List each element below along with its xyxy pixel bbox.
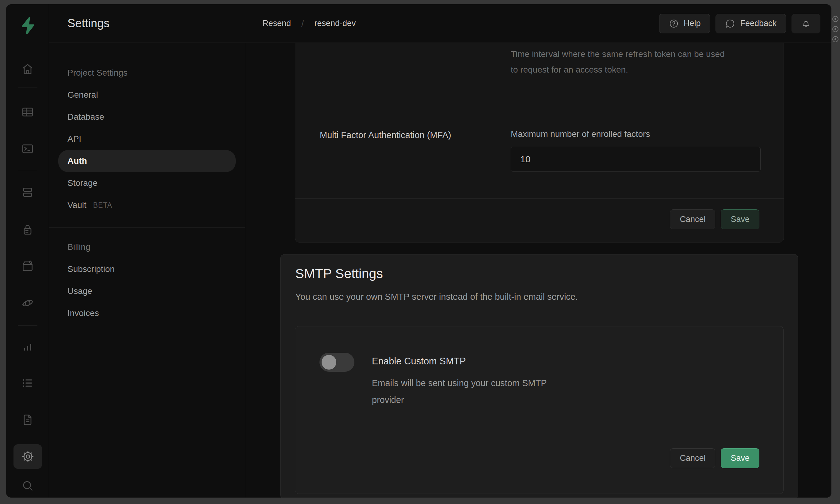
feedback-button-label: Feedback xyxy=(740,19,776,28)
auth-cancel-button[interactable]: Cancel xyxy=(670,210,715,229)
home-icon[interactable] xyxy=(21,62,34,76)
sql-editor-icon[interactable] xyxy=(21,142,34,156)
nav-item-general[interactable]: General xyxy=(58,84,236,106)
beta-badge: BETA xyxy=(93,201,112,210)
help-button[interactable]: Help xyxy=(659,14,710,33)
smtp-cancel-button[interactable]: Cancel xyxy=(670,448,715,468)
feedback-icon xyxy=(725,18,735,29)
storage-icon[interactable] xyxy=(21,259,34,273)
edge-functions-icon[interactable] xyxy=(21,296,34,310)
help-icon xyxy=(669,18,679,29)
max-factors-input[interactable] xyxy=(511,147,760,172)
rail-divider xyxy=(18,325,37,325)
nav-item-vault-label: Vault xyxy=(67,200,86,210)
app-window: Settings Resend / resend-dev Help Feed xyxy=(6,4,832,498)
help-button-label: Help xyxy=(684,19,701,28)
auth-settings-card: Time interval where the same refresh tok… xyxy=(295,43,784,242)
smtp-form-panel: Enable Custom SMTP Emails will be sent u… xyxy=(295,326,784,494)
auth-icon[interactable] xyxy=(21,223,34,236)
card-divider xyxy=(295,105,784,105)
nav-section-project-settings: Project Settings xyxy=(58,62,236,84)
reports-icon[interactable] xyxy=(21,340,34,354)
breadcrumb-org[interactable]: Resend xyxy=(262,19,291,28)
panel-divider xyxy=(295,437,783,437)
top-header: Settings Resend / resend-dev Help Feed xyxy=(49,4,832,43)
feedback-button[interactable]: Feedback xyxy=(716,14,786,33)
nav-item-invoices[interactable]: Invoices xyxy=(58,302,236,324)
database-icon[interactable] xyxy=(21,185,34,199)
nav-item-subscription[interactable]: Subscription xyxy=(58,258,236,280)
breadcrumb: Resend / resend-dev xyxy=(262,18,356,29)
nav-item-storage[interactable]: Storage xyxy=(58,172,236,194)
icon-rail xyxy=(6,4,49,498)
enable-custom-smtp-toggle[interactable] xyxy=(320,353,355,372)
nav-item-usage[interactable]: Usage xyxy=(58,280,236,302)
auth-save-button[interactable]: Save xyxy=(721,210,759,229)
supabase-logo-icon[interactable] xyxy=(18,15,37,36)
table-editor-icon[interactable] xyxy=(21,105,34,119)
enable-custom-smtp-label: Enable Custom SMTP xyxy=(372,356,466,367)
breadcrumb-separator: / xyxy=(301,18,304,29)
nav-item-auth[interactable]: Auth xyxy=(58,150,236,172)
page-title: Settings xyxy=(67,17,109,30)
settings-icon[interactable] xyxy=(14,444,42,469)
nav-item-auth-label: Auth xyxy=(67,156,87,166)
nav-item-vault[interactable]: Vault BETA xyxy=(58,194,236,216)
frame-side-icon[interactable] xyxy=(832,16,838,22)
main-content: Time interval where the same refresh tok… xyxy=(245,43,832,498)
smtp-save-button[interactable]: Save xyxy=(721,448,759,468)
enable-custom-smtp-description: Emails will be sent using your custom SM… xyxy=(372,375,556,409)
nav-item-api[interactable]: API xyxy=(58,128,236,150)
max-factors-label: Maximum number of enrolled factors xyxy=(511,129,650,139)
smtp-description: You can use your own SMTP server instead… xyxy=(295,292,578,302)
notifications-button[interactable] xyxy=(792,14,820,33)
mfa-section-label: Multi Factor Authentication (MFA) xyxy=(320,130,451,140)
nav-item-database[interactable]: Database xyxy=(58,106,236,128)
refresh-token-help-text: Time interval where the same refresh tok… xyxy=(511,46,725,77)
nav-section-billing: Billing xyxy=(58,236,236,258)
rail-divider xyxy=(18,88,37,88)
smtp-title: SMTP Settings xyxy=(295,266,383,281)
card-divider xyxy=(295,198,784,199)
logs-icon[interactable] xyxy=(21,376,34,390)
bell-icon xyxy=(801,18,811,29)
settings-nav: Project Settings General Database API Au… xyxy=(49,43,245,498)
frame-side-icon[interactable] xyxy=(832,26,838,32)
breadcrumb-project[interactable]: resend-dev xyxy=(314,19,356,28)
search-icon[interactable] xyxy=(21,479,34,492)
window-frame-toolbar xyxy=(832,16,839,42)
toggle-knob xyxy=(322,355,336,370)
smtp-settings-card: SMTP Settings You can use your own SMTP … xyxy=(280,254,798,498)
rail-divider xyxy=(18,170,37,170)
frame-side-icon[interactable] xyxy=(832,36,838,42)
docs-icon[interactable] xyxy=(21,413,34,427)
nav-divider xyxy=(49,227,245,228)
